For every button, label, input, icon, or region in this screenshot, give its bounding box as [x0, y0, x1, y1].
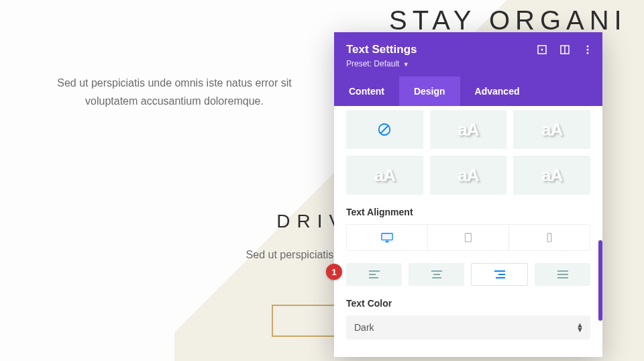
- more-icon[interactable]: [582, 44, 593, 58]
- style-sample: aA: [541, 119, 562, 140]
- align-center[interactable]: [409, 263, 464, 286]
- preset-caret-icon: ▼: [403, 61, 409, 68]
- align-center-icon: [431, 270, 442, 278]
- desktop-icon: [381, 232, 393, 243]
- hero-title: STAY ORGANI: [389, 5, 627, 36]
- layout-icon[interactable]: [559, 44, 570, 58]
- svg-rect-12: [466, 234, 472, 242]
- svg-point-1: [541, 49, 543, 51]
- text-color-value: Dark: [354, 322, 374, 333]
- hero-paragraph: Sed ut perspiciatis unde omnis iste natu…: [40, 74, 309, 110]
- align-left[interactable]: [346, 263, 402, 286]
- style-shadow-5[interactable]: aA: [513, 156, 590, 195]
- svg-point-5: [587, 49, 589, 51]
- text-color-select[interactable]: Dark ▲▼: [346, 315, 590, 340]
- svg-point-6: [587, 52, 589, 54]
- annotation-marker-1: 1: [326, 264, 342, 280]
- svg-line-8: [381, 126, 388, 134]
- alignment-row: [346, 263, 590, 286]
- svg-rect-9: [382, 234, 392, 240]
- device-phone[interactable]: [509, 225, 590, 250]
- panel-tabs: Content Design Advanced: [334, 76, 602, 106]
- text-settings-panel: Text Settings Preset: Default ▼ Content …: [334, 32, 602, 357]
- style-sample: aA: [458, 119, 478, 140]
- svg-point-4: [587, 46, 589, 48]
- style-sample: aA: [374, 165, 395, 186]
- panel-header: Text Settings Preset: Default ▼: [334, 32, 602, 76]
- scrollbar-thumb[interactable]: [598, 240, 602, 321]
- device-desktop[interactable]: [347, 225, 428, 250]
- preset-label: Preset:: [346, 59, 372, 68]
- phone-icon: [543, 232, 555, 243]
- device-tablet[interactable]: [428, 225, 509, 250]
- align-right[interactable]: [471, 263, 528, 286]
- tab-design[interactable]: Design: [399, 76, 460, 106]
- align-right-icon: [494, 270, 505, 278]
- style-shadow-2[interactable]: aA: [513, 110, 590, 149]
- style-shadow-3[interactable]: aA: [346, 156, 423, 195]
- align-left-icon: [369, 270, 380, 278]
- panel-preset[interactable]: Preset: Default ▼: [346, 59, 590, 68]
- align-justify[interactable]: [535, 263, 590, 286]
- preset-value: Default: [374, 59, 399, 68]
- align-justify-icon: [557, 270, 568, 278]
- expand-icon[interactable]: [537, 44, 547, 58]
- select-chevron-icon: ▲▼: [576, 323, 584, 332]
- text-color-label: Text Color: [346, 298, 590, 309]
- none-icon: [377, 122, 392, 137]
- style-shadow-4[interactable]: aA: [430, 156, 507, 195]
- tab-advanced[interactable]: Advanced: [460, 76, 602, 106]
- style-shadow-1[interactable]: aA: [430, 110, 507, 149]
- device-selector: [346, 224, 590, 251]
- style-none[interactable]: [346, 110, 423, 149]
- style-sample: aA: [458, 165, 478, 186]
- alignment-label: Text Alignment: [346, 207, 590, 217]
- tab-content[interactable]: Content: [334, 76, 399, 106]
- style-sample: aA: [541, 165, 562, 186]
- svg-rect-13: [547, 234, 551, 242]
- tablet-icon: [462, 232, 474, 243]
- text-style-grid: aA aA aA aA aA: [346, 110, 590, 195]
